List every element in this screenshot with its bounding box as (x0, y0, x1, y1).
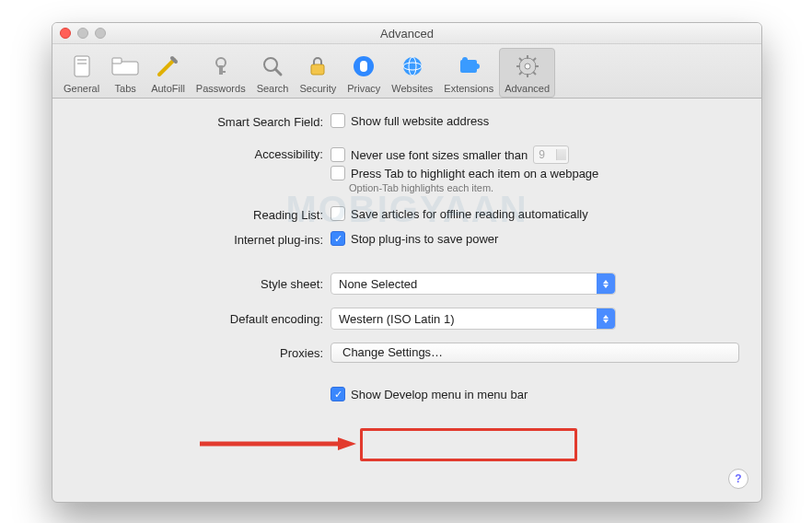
accessibility-label: Accessibility: (75, 145, 331, 161)
svg-rect-7 (219, 71, 226, 73)
svg-line-28 (533, 58, 536, 61)
search-icon (258, 52, 287, 81)
passwords-icon (206, 52, 236, 81)
tab-search[interactable]: Search (251, 48, 295, 98)
svg-line-27 (519, 72, 522, 75)
show-full-url-checkbox[interactable]: Show full website address (331, 113, 739, 128)
change-settings-button[interactable]: Change Settings… (331, 343, 739, 363)
svg-rect-10 (311, 64, 324, 75)
tab-advanced-label: Advanced (505, 83, 550, 94)
svg-rect-2 (77, 63, 87, 64)
traffic-lights (60, 28, 106, 39)
titlebar: Advanced (52, 23, 761, 44)
option-tab-note: Option-Tab highlights each item. (349, 182, 739, 193)
svg-line-26 (533, 72, 536, 75)
gear-icon (513, 52, 542, 81)
maximize-window-button[interactable] (95, 28, 106, 39)
general-icon (67, 52, 97, 81)
default-encoding-label: Default encoding: (75, 312, 331, 326)
help-button[interactable]: ? (728, 469, 748, 489)
save-offline-checkbox[interactable]: Save articles for offline reading automa… (331, 206, 739, 221)
tab-privacy[interactable]: Privacy (342, 48, 386, 98)
tab-security[interactable]: Security (294, 48, 342, 98)
save-offline-text: Save articles for offline reading automa… (351, 207, 588, 221)
show-develop-text: Show Develop menu in menu bar (351, 388, 528, 401)
svg-point-13 (403, 57, 422, 76)
tab-security-label: Security (299, 83, 336, 94)
style-sheet-label: Style sheet: (75, 277, 331, 291)
checkbox-icon (331, 113, 345, 128)
tabs-icon (110, 52, 140, 81)
tab-passwords[interactable]: Passwords (191, 48, 251, 98)
stop-plugins-checkbox[interactable]: Stop plug-ins to save power (331, 231, 739, 246)
default-encoding-select[interactable]: Western (ISO Latin 1) (331, 308, 616, 330)
tab-autofill-label: AutoFill (151, 83, 185, 94)
minimize-window-button[interactable] (77, 28, 88, 39)
preferences-window: Advanced General Tabs AutoFill Password (52, 22, 762, 503)
style-sheet-value: None Selected (339, 277, 417, 291)
toolbar: General Tabs AutoFill Passwords Search (52, 44, 761, 99)
annotation-highlight-box (360, 428, 577, 461)
window-title: Advanced (380, 27, 434, 41)
tab-tabs[interactable]: Tabs (105, 48, 145, 98)
checkbox-icon (331, 206, 345, 221)
tab-passwords-label: Passwords (196, 83, 246, 94)
annotation-arrow-icon (200, 437, 356, 450)
default-encoding-value: Western (ISO Latin 1) (339, 312, 454, 326)
close-window-button[interactable] (60, 28, 71, 39)
internet-plugins-label: Internet plug-ins: (75, 231, 331, 247)
tab-websites-label: Websites (391, 83, 433, 94)
show-develop-checkbox[interactable]: Show Develop menu in menu bar (331, 387, 739, 401)
show-full-url-text: Show full website address (351, 114, 489, 128)
advanced-pane: Smart Search Field: Show full website ad… (52, 99, 761, 425)
svg-line-25 (519, 58, 522, 61)
websites-icon (398, 52, 427, 81)
svg-point-17 (462, 57, 468, 63)
smart-search-label: Smart Search Field: (75, 113, 331, 129)
tab-extensions-label: Extensions (444, 83, 493, 94)
svg-marker-30 (338, 437, 356, 450)
proxies-label: Proxies: (75, 346, 331, 360)
svg-rect-4 (112, 58, 122, 64)
checkbox-icon (331, 231, 345, 246)
tab-extensions[interactable]: Extensions (438, 48, 499, 98)
press-tab-text: Press Tab to highlight each item on a we… (351, 167, 598, 180)
tab-advanced[interactable]: Advanced (499, 48, 555, 98)
svg-rect-12 (360, 61, 367, 72)
style-sheet-select[interactable]: None Selected (331, 273, 616, 295)
svg-rect-1 (77, 59, 87, 61)
svg-line-9 (275, 69, 281, 75)
tab-search-label: Search (257, 83, 289, 94)
tab-general-label: General (64, 83, 99, 94)
press-tab-checkbox[interactable]: Press Tab to highlight each item on a we… (331, 166, 739, 180)
never-smaller-text: Never use font sizes smaller than (351, 148, 528, 162)
never-smaller-checkbox[interactable]: Never use font sizes smaller than 9 (331, 145, 739, 164)
tab-websites[interactable]: Websites (386, 48, 438, 98)
select-arrow-icon (597, 273, 615, 294)
svg-rect-6 (219, 65, 223, 75)
checkbox-icon (331, 387, 345, 401)
select-arrow-icon (597, 308, 615, 329)
font-size-stepper[interactable]: 9 (533, 145, 569, 164)
checkbox-icon (331, 147, 345, 162)
stop-plugins-text: Stop plug-ins to save power (351, 232, 498, 246)
privacy-icon (349, 52, 378, 81)
svg-point-18 (474, 64, 480, 69)
security-icon (303, 52, 332, 81)
tab-general[interactable]: General (58, 48, 105, 98)
svg-point-20 (525, 64, 530, 69)
checkbox-icon (331, 166, 345, 180)
autofill-icon (153, 52, 182, 81)
tab-autofill[interactable]: AutoFill (145, 48, 191, 98)
tab-privacy-label: Privacy (347, 83, 380, 94)
tab-tabs-label: Tabs (115, 83, 136, 94)
reading-list-label: Reading List: (75, 206, 331, 222)
extensions-icon (454, 52, 483, 81)
